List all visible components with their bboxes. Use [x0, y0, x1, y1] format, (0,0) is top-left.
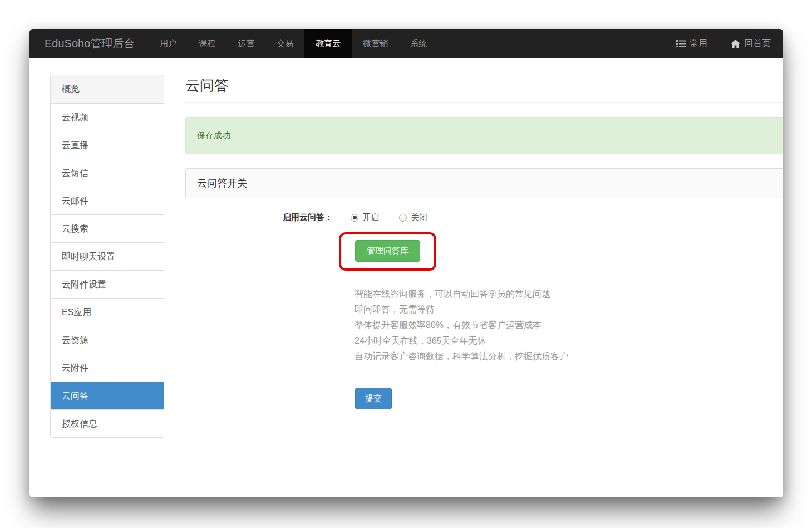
description-line: 即问即答，无需等待 [355, 302, 783, 317]
sidebar-item-license-info[interactable]: 授权信息 [51, 409, 164, 437]
common-menu-label: 常用 [690, 38, 707, 50]
red-highlight-annotation: 管理问答库 [339, 232, 436, 271]
radio-option-off[interactable]: 关闭 [399, 212, 427, 223]
sidebar-menu: 概览 云视频 云直播 云短信 云邮件 云搜索 即时聊天设置 云附件设置 ES应用… [50, 75, 164, 438]
enable-qa-form-row: 启用云问答： 开启 关闭 [185, 212, 783, 223]
qa-feature-description: 智能在线咨询服务，可以自动回答学员的常见问题 即问即答，无需等待 整体提升客服效… [355, 286, 783, 364]
sidebar-item-cloud-attachment[interactable]: 云附件 [51, 354, 164, 382]
sidebar-item-overview[interactable]: 概览 [51, 75, 164, 103]
radio-on-label: 开启 [362, 212, 379, 223]
nav-item-operation[interactable]: 运营 [227, 29, 265, 58]
common-menu-link[interactable]: 常用 [676, 38, 707, 50]
sidebar-item-cloud-video[interactable]: 云视频 [51, 103, 164, 131]
radio-option-on[interactable]: 开启 [351, 212, 379, 223]
nav-item-system[interactable]: 系统 [399, 29, 438, 58]
sidebar-item-cloud-live[interactable]: 云直播 [51, 131, 164, 159]
nav-item-courses[interactable]: 课程 [188, 29, 227, 58]
sidebar-item-cloud-resources[interactable]: 云资源 [51, 326, 164, 354]
admin-page: EduSoho管理后台 用户 课程 运营 交易 教育云 微营销 系统 常用 [29, 29, 783, 497]
sidebar-item-cloud-email[interactable]: 云邮件 [51, 187, 164, 214]
radio-on-input[interactable] [351, 214, 358, 222]
description-line: 自动记录客户咨询数据，科学算法分析，挖掘优质客户 [355, 349, 783, 364]
sidebar-item-instant-chat-settings[interactable]: 即时聊天设置 [51, 242, 164, 270]
page-title: 云问答 [185, 76, 783, 95]
content-area: 概览 云视频 云直播 云短信 云邮件 云搜索 即时聊天设置 云附件设置 ES应用… [29, 58, 783, 438]
main-panel: 云问答 保存成功 云问答开关 启用云问答： 开启 关闭 [185, 75, 783, 409]
home-icon [731, 40, 740, 48]
nav-item-educloud[interactable]: 教育云 [304, 29, 352, 58]
sidebar-item-cloud-qa[interactable]: 云问答 [51, 382, 164, 409]
title-divider [185, 102, 783, 103]
enable-qa-label: 启用云问答： [185, 212, 333, 223]
sidebar-item-cloud-attachment-settings[interactable]: 云附件设置 [51, 270, 164, 298]
top-navbar: EduSoho管理后台 用户 课程 运营 交易 教育云 微营销 系统 常用 [29, 29, 783, 58]
description-line: 智能在线咨询服务，可以自动回答学员的常见问题 [355, 286, 783, 302]
brand-title[interactable]: EduSoho管理后台 [29, 29, 149, 58]
sidebar-item-cloud-sms[interactable]: 云短信 [51, 159, 164, 187]
nav-item-micromarketing[interactable]: 微营销 [352, 29, 399, 58]
nav-item-trade[interactable]: 交易 [265, 29, 304, 58]
sidebar-item-es-app[interactable]: ES应用 [51, 298, 164, 326]
description-line: 整体提升客服效率80%，有效节省客户运营成本 [355, 317, 783, 333]
manage-qa-library-button[interactable]: 管理问答库 [355, 240, 420, 262]
panel-heading-qa-switch: 云问答开关 [185, 168, 783, 198]
navbar-right: 常用 回首页 [676, 29, 783, 58]
radio-off-input[interactable] [399, 214, 407, 222]
success-alert: 保存成功 [185, 117, 783, 154]
enable-qa-radio-group: 开启 关闭 [351, 212, 427, 223]
list-icon [676, 40, 686, 48]
back-home-label: 回首页 [744, 38, 771, 50]
back-home-link[interactable]: 回首页 [731, 38, 771, 50]
submit-button[interactable]: 提交 [355, 388, 392, 409]
nav-item-users[interactable]: 用户 [149, 29, 188, 58]
main-menu: 用户 课程 运营 交易 教育云 微营销 系统 [149, 29, 438, 58]
description-line: 24小时全天在线，365天全年无休 [355, 333, 783, 349]
sidebar-item-cloud-search[interactable]: 云搜索 [51, 214, 164, 242]
radio-off-label: 关闭 [411, 212, 427, 223]
